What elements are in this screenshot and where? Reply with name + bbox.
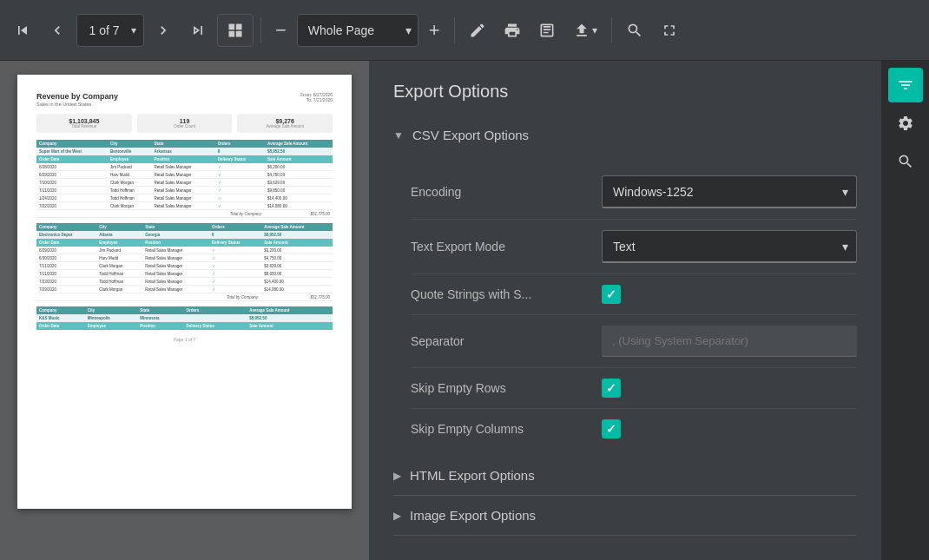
doc-title: Revenue by Company <box>36 92 333 101</box>
quote-strings-row: Quote Strings with S... <box>411 274 857 315</box>
skip-empty-columns-label: Skip Empty Columns <box>411 422 602 436</box>
view-mode-button[interactable] <box>217 14 254 47</box>
skip-empty-columns-control <box>602 419 857 438</box>
separator-input[interactable] <box>602 326 857 357</box>
image-chevron-icon: ▶ <box>393 510 401 522</box>
document-page: From: 6/27/2020 To: 7/21/2020 Revenue by… <box>17 75 352 509</box>
doc-subtitle: Sales in the United States <box>36 102 333 107</box>
skip-empty-rows-checkbox[interactable] <box>602 379 621 398</box>
skip-empty-columns-checkbox[interactable] <box>602 419 621 438</box>
company-table-2: CompanyCityStateOrdersAverage Sale Amoun… <box>36 223 333 301</box>
toolbar: 1 of 7 ▾ − Whole Page Fit Width 100% 75%… <box>0 0 929 61</box>
csv-section: ▼ CSV Export Options Encoding Windows-12… <box>393 119 857 456</box>
print-layout-button[interactable] <box>531 14 563 47</box>
encoding-control: Windows-1252 UTF-8 UTF-16 ISO-8859-1 <box>602 175 857 208</box>
page-indicator: 1 of 7 <box>82 23 126 37</box>
image-section-header[interactable]: ▶ Image Export Options <box>393 496 857 536</box>
panel-title: Export Options <box>393 82 857 102</box>
text-export-mode-select[interactable]: Text Value Display Value <box>602 230 857 263</box>
edit-button[interactable] <box>462 14 493 47</box>
page-size-select[interactable]: Whole Page Fit Width 100% 75% 50% <box>297 14 418 47</box>
main-content: From: 6/27/2020 To: 7/21/2020 Revenue by… <box>0 61 929 560</box>
quote-strings-control <box>602 285 857 304</box>
text-export-mode-label: Text Export Mode <box>411 240 602 254</box>
skip-empty-rows-label: Skip Empty Rows <box>411 381 602 395</box>
skip-empty-rows-control <box>602 379 857 398</box>
quote-strings-label: Quote Strings with S... <box>411 287 602 301</box>
doc-date-range: From: 6/27/2020 To: 7/21/2020 <box>300 92 333 102</box>
separator-row: Separator <box>411 315 857 368</box>
encoding-label: Encoding <box>411 185 602 199</box>
text-export-mode-select-wrapper: Text Value Display Value <box>602 230 857 263</box>
separator-1 <box>260 17 261 43</box>
encoding-select-wrapper: Windows-1252 UTF-8 UTF-16 ISO-8859-1 <box>602 175 857 208</box>
search-sidebar-button[interactable] <box>888 144 923 179</box>
company-table-3: CompanyCityStateOrdersAverage Sale Amoun… <box>36 306 333 330</box>
kpi-revenue: $1,103,845 Total Revenue <box>36 114 132 133</box>
right-sidebar <box>881 61 929 560</box>
document-preview: From: 6/27/2020 To: 7/21/2020 Revenue by… <box>0 61 369 560</box>
kpi-orders: 119 Order Count <box>137 114 233 133</box>
html-section-header[interactable]: ▶ HTML Export Options <box>393 456 857 496</box>
separator-3 <box>611 17 612 43</box>
next-page-button[interactable] <box>148 14 179 47</box>
fullscreen-button[interactable] <box>654 14 685 47</box>
toolbar-search-button[interactable] <box>619 14 650 47</box>
html-section-label: HTML Export Options <box>410 468 535 483</box>
last-page-button[interactable] <box>182 14 214 47</box>
page-navigation: 1 of 7 ▾ <box>76 14 144 47</box>
company-table-1: CompanyCityStateOrdersAverage Sale Amoun… <box>36 140 333 218</box>
quote-strings-checkbox[interactable] <box>602 285 621 304</box>
image-section-label: Image Export Options <box>410 508 536 523</box>
csv-section-content: Encoding Windows-1252 UTF-8 UTF-16 ISO-8… <box>393 158 857 456</box>
zoom-out-button[interactable]: − <box>268 14 293 47</box>
first-page-button[interactable] <box>7 14 38 47</box>
zoom-in-button[interactable]: + <box>422 14 447 47</box>
csv-section-label: CSV Export Options <box>412 128 529 142</box>
export-options-panel: Export Options ▼ CSV Export Options Enco… <box>369 61 881 560</box>
export-button[interactable]: ▾ <box>566 14 604 47</box>
text-export-mode-control: Text Value Display Value <box>602 230 857 263</box>
csv-chevron-icon: ▼ <box>393 129 404 142</box>
separator-2 <box>454 17 455 43</box>
html-chevron-icon: ▶ <box>393 470 401 482</box>
separator-label: Separator <box>411 334 602 348</box>
settings-sidebar-button[interactable] <box>888 106 923 141</box>
page-dropdown-button[interactable]: ▾ <box>129 23 138 38</box>
kpi-row: $1,103,845 Total Revenue 119 Order Count… <box>36 114 333 133</box>
kpi-avg: $9,276 Average Sale Amount <box>237 114 333 133</box>
text-export-mode-row: Text Export Mode Text Value Display Valu… <box>411 220 857 274</box>
print-button[interactable] <box>497 14 528 47</box>
prev-page-button[interactable] <box>42 14 73 47</box>
page-size-select-wrapper: Whole Page Fit Width 100% 75% 50% <box>297 14 418 47</box>
skip-empty-columns-row: Skip Empty Columns <box>411 409 857 449</box>
encoding-row: Encoding Windows-1252 UTF-8 UTF-16 ISO-8… <box>411 165 857 220</box>
filter-sidebar-button[interactable] <box>888 68 923 102</box>
separator-control <box>602 326 857 357</box>
csv-section-header[interactable]: ▼ CSV Export Options <box>393 119 857 151</box>
doc-page-number: Page 1 of 7 <box>36 337 333 342</box>
encoding-select[interactable]: Windows-1252 UTF-8 UTF-16 ISO-8859-1 <box>602 175 857 208</box>
skip-empty-rows-row: Skip Empty Rows <box>411 368 857 409</box>
